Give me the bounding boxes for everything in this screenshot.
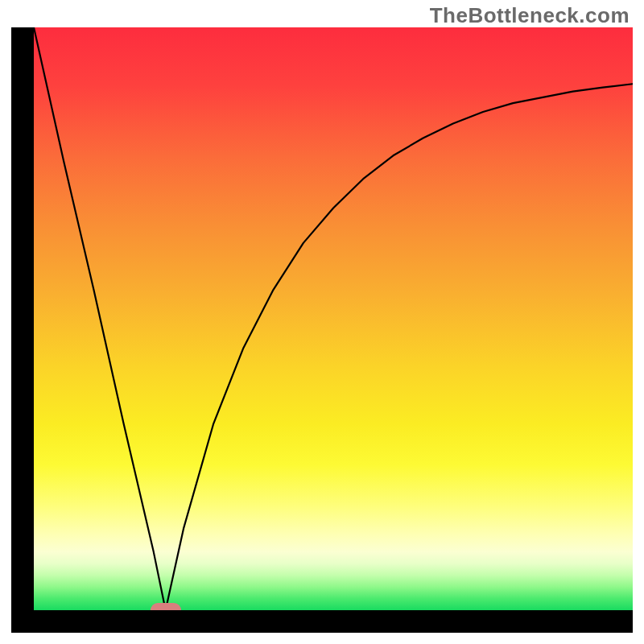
optimal-point-marker: [151, 603, 181, 610]
watermark-text: TheBottleneck.com: [430, 3, 630, 28]
bottleneck-curve: [34, 27, 633, 610]
curve-layer: [34, 27, 633, 610]
chart-plot-area: [34, 27, 633, 610]
bottleneck-chart: TheBottleneck.com: [0, 0, 644, 644]
